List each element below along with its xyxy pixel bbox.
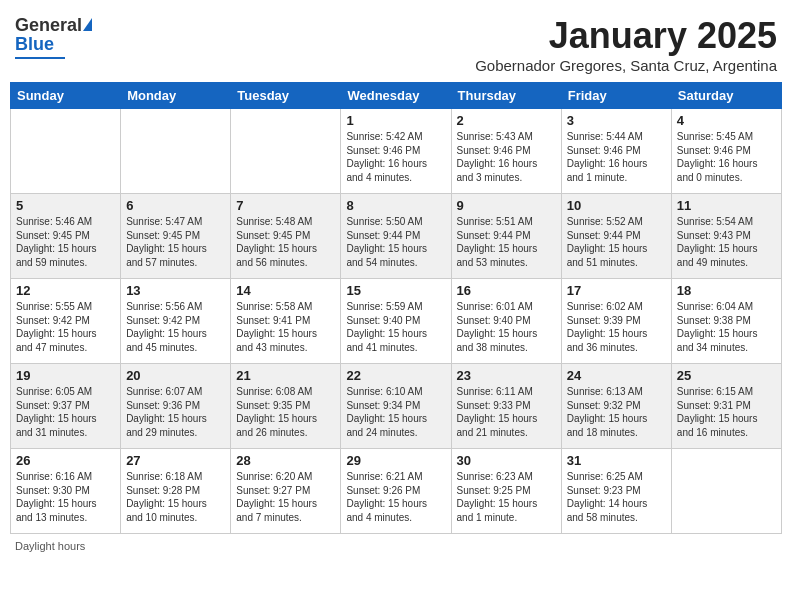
calendar-cell: 15Sunrise: 5:59 AM Sunset: 9:40 PM Dayli…	[341, 279, 451, 364]
day-number: 12	[16, 283, 115, 298]
calendar-table: SundayMondayTuesdayWednesdayThursdayFrid…	[10, 82, 782, 534]
day-number: 1	[346, 113, 445, 128]
calendar-cell: 25Sunrise: 6:15 AM Sunset: 9:31 PM Dayli…	[671, 364, 781, 449]
day-info: Sunrise: 6:05 AM Sunset: 9:37 PM Dayligh…	[16, 385, 115, 439]
logo-general-text: General	[15, 15, 82, 36]
day-info: Sunrise: 6:11 AM Sunset: 9:33 PM Dayligh…	[457, 385, 556, 439]
weekday-sunday: Sunday	[11, 83, 121, 109]
calendar-cell	[671, 449, 781, 534]
calendar-cell: 1Sunrise: 5:42 AM Sunset: 9:46 PM Daylig…	[341, 109, 451, 194]
day-number: 23	[457, 368, 556, 383]
calendar-cell	[231, 109, 341, 194]
day-number: 29	[346, 453, 445, 468]
day-number: 17	[567, 283, 666, 298]
day-info: Sunrise: 6:16 AM Sunset: 9:30 PM Dayligh…	[16, 470, 115, 524]
logo: General Blue	[15, 15, 92, 59]
day-info: Sunrise: 5:47 AM Sunset: 9:45 PM Dayligh…	[126, 215, 225, 269]
day-number: 19	[16, 368, 115, 383]
day-number: 2	[457, 113, 556, 128]
day-number: 31	[567, 453, 666, 468]
calendar-cell: 7Sunrise: 5:48 AM Sunset: 9:45 PM Daylig…	[231, 194, 341, 279]
weekday-tuesday: Tuesday	[231, 83, 341, 109]
location-subtitle: Gobernador Gregores, Santa Cruz, Argenti…	[475, 57, 777, 74]
calendar-cell: 24Sunrise: 6:13 AM Sunset: 9:32 PM Dayli…	[561, 364, 671, 449]
title-block: January 2025 Gobernador Gregores, Santa …	[475, 15, 777, 74]
calendar-cell: 10Sunrise: 5:52 AM Sunset: 9:44 PM Dayli…	[561, 194, 671, 279]
weekday-friday: Friday	[561, 83, 671, 109]
calendar-cell: 6Sunrise: 5:47 AM Sunset: 9:45 PM Daylig…	[121, 194, 231, 279]
day-info: Sunrise: 5:55 AM Sunset: 9:42 PM Dayligh…	[16, 300, 115, 354]
calendar-cell: 29Sunrise: 6:21 AM Sunset: 9:26 PM Dayli…	[341, 449, 451, 534]
day-number: 7	[236, 198, 335, 213]
day-number: 11	[677, 198, 776, 213]
calendar-cell: 28Sunrise: 6:20 AM Sunset: 9:27 PM Dayli…	[231, 449, 341, 534]
logo-triangle-icon	[83, 18, 92, 31]
calendar-cell: 8Sunrise: 5:50 AM Sunset: 9:44 PM Daylig…	[341, 194, 451, 279]
calendar-week-row: 19Sunrise: 6:05 AM Sunset: 9:37 PM Dayli…	[11, 364, 782, 449]
month-title: January 2025	[475, 15, 777, 57]
weekday-wednesday: Wednesday	[341, 83, 451, 109]
calendar-cell: 2Sunrise: 5:43 AM Sunset: 9:46 PM Daylig…	[451, 109, 561, 194]
calendar-week-row: 12Sunrise: 5:55 AM Sunset: 9:42 PM Dayli…	[11, 279, 782, 364]
day-number: 13	[126, 283, 225, 298]
day-info: Sunrise: 5:42 AM Sunset: 9:46 PM Dayligh…	[346, 130, 445, 184]
day-info: Sunrise: 6:04 AM Sunset: 9:38 PM Dayligh…	[677, 300, 776, 354]
day-number: 21	[236, 368, 335, 383]
day-info: Sunrise: 6:13 AM Sunset: 9:32 PM Dayligh…	[567, 385, 666, 439]
calendar-cell: 17Sunrise: 6:02 AM Sunset: 9:39 PM Dayli…	[561, 279, 671, 364]
day-info: Sunrise: 5:43 AM Sunset: 9:46 PM Dayligh…	[457, 130, 556, 184]
day-info: Sunrise: 6:18 AM Sunset: 9:28 PM Dayligh…	[126, 470, 225, 524]
day-number: 26	[16, 453, 115, 468]
day-info: Sunrise: 6:08 AM Sunset: 9:35 PM Dayligh…	[236, 385, 335, 439]
calendar-cell: 12Sunrise: 5:55 AM Sunset: 9:42 PM Dayli…	[11, 279, 121, 364]
calendar-week-row: 5Sunrise: 5:46 AM Sunset: 9:45 PM Daylig…	[11, 194, 782, 279]
day-info: Sunrise: 5:48 AM Sunset: 9:45 PM Dayligh…	[236, 215, 335, 269]
day-number: 30	[457, 453, 556, 468]
calendar-week-row: 1Sunrise: 5:42 AM Sunset: 9:46 PM Daylig…	[11, 109, 782, 194]
day-number: 25	[677, 368, 776, 383]
day-info: Sunrise: 5:58 AM Sunset: 9:41 PM Dayligh…	[236, 300, 335, 354]
calendar-cell: 3Sunrise: 5:44 AM Sunset: 9:46 PM Daylig…	[561, 109, 671, 194]
day-number: 15	[346, 283, 445, 298]
day-number: 27	[126, 453, 225, 468]
calendar-cell: 23Sunrise: 6:11 AM Sunset: 9:33 PM Dayli…	[451, 364, 561, 449]
day-info: Sunrise: 6:07 AM Sunset: 9:36 PM Dayligh…	[126, 385, 225, 439]
calendar-cell: 22Sunrise: 6:10 AM Sunset: 9:34 PM Dayli…	[341, 364, 451, 449]
day-number: 8	[346, 198, 445, 213]
day-info: Sunrise: 6:23 AM Sunset: 9:25 PM Dayligh…	[457, 470, 556, 524]
day-number: 3	[567, 113, 666, 128]
day-info: Sunrise: 6:15 AM Sunset: 9:31 PM Dayligh…	[677, 385, 776, 439]
day-number: 22	[346, 368, 445, 383]
calendar-cell: 14Sunrise: 5:58 AM Sunset: 9:41 PM Dayli…	[231, 279, 341, 364]
weekday-saturday: Saturday	[671, 83, 781, 109]
day-number: 5	[16, 198, 115, 213]
day-number: 24	[567, 368, 666, 383]
weekday-thursday: Thursday	[451, 83, 561, 109]
calendar-cell: 13Sunrise: 5:56 AM Sunset: 9:42 PM Dayli…	[121, 279, 231, 364]
calendar-cell	[121, 109, 231, 194]
day-number: 28	[236, 453, 335, 468]
day-info: Sunrise: 5:51 AM Sunset: 9:44 PM Dayligh…	[457, 215, 556, 269]
day-info: Sunrise: 6:02 AM Sunset: 9:39 PM Dayligh…	[567, 300, 666, 354]
day-info: Sunrise: 5:45 AM Sunset: 9:46 PM Dayligh…	[677, 130, 776, 184]
day-info: Sunrise: 6:01 AM Sunset: 9:40 PM Dayligh…	[457, 300, 556, 354]
day-number: 18	[677, 283, 776, 298]
logo-underline	[15, 57, 65, 59]
calendar-cell: 11Sunrise: 5:54 AM Sunset: 9:43 PM Dayli…	[671, 194, 781, 279]
calendar-cell: 20Sunrise: 6:07 AM Sunset: 9:36 PM Dayli…	[121, 364, 231, 449]
daylight-hours-label: Daylight hours	[15, 540, 85, 552]
weekday-monday: Monday	[121, 83, 231, 109]
calendar-cell	[11, 109, 121, 194]
calendar-cell: 18Sunrise: 6:04 AM Sunset: 9:38 PM Dayli…	[671, 279, 781, 364]
calendar-cell: 30Sunrise: 6:23 AM Sunset: 9:25 PM Dayli…	[451, 449, 561, 534]
calendar-week-row: 26Sunrise: 6:16 AM Sunset: 9:30 PM Dayli…	[11, 449, 782, 534]
page-header: General Blue January 2025 Gobernador Gre…	[10, 10, 782, 74]
calendar-cell: 26Sunrise: 6:16 AM Sunset: 9:30 PM Dayli…	[11, 449, 121, 534]
day-info: Sunrise: 5:54 AM Sunset: 9:43 PM Dayligh…	[677, 215, 776, 269]
calendar-cell: 4Sunrise: 5:45 AM Sunset: 9:46 PM Daylig…	[671, 109, 781, 194]
day-number: 20	[126, 368, 225, 383]
day-info: Sunrise: 5:59 AM Sunset: 9:40 PM Dayligh…	[346, 300, 445, 354]
day-number: 6	[126, 198, 225, 213]
calendar-cell: 9Sunrise: 5:51 AM Sunset: 9:44 PM Daylig…	[451, 194, 561, 279]
calendar-cell: 27Sunrise: 6:18 AM Sunset: 9:28 PM Dayli…	[121, 449, 231, 534]
